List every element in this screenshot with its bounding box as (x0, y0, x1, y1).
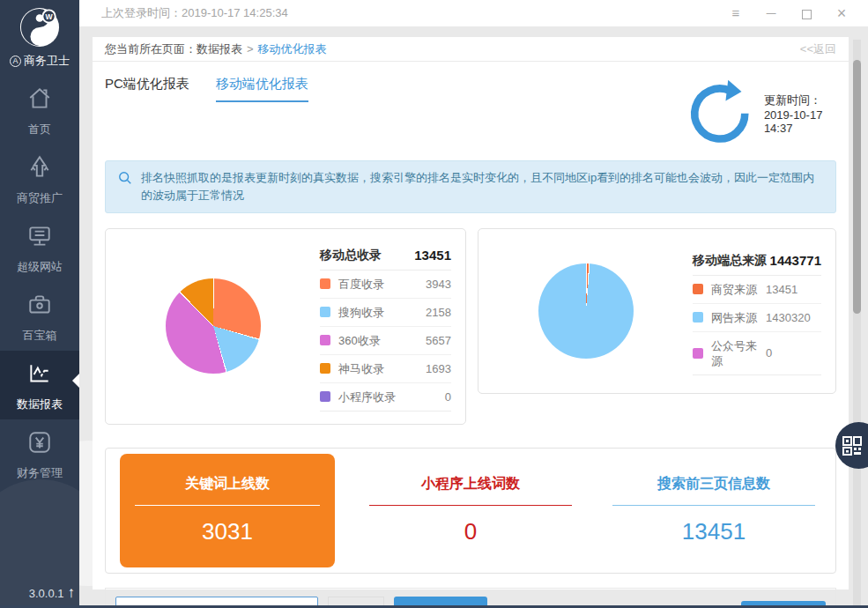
legend-value: 1430320 (766, 311, 811, 324)
keyword-search-bar: 查询 管理关键词 查看报表 (105, 588, 836, 608)
refresh-button[interactable]: 更新时间：2019-10-17 14:37 (682, 76, 836, 152)
sidebar-item-finance[interactable]: 财务管理 (0, 419, 79, 488)
breadcrumb-prefix: 您当前所在页面：数据报表 (105, 41, 242, 57)
notice-banner: 排名快照抓取的是报表更新时刻的真实数据，搜索引擎的排名是实时变化的，且不同地区i… (105, 160, 836, 213)
brand-badge-icon: A (10, 56, 21, 67)
legend-total: 1443771 (770, 253, 821, 268)
legend-swatch (693, 348, 703, 359)
legend-label: 商贸来源 (711, 282, 766, 297)
app-window: W A 商务卫士 首页 商贸推广 (0, 0, 868, 608)
stat-divider (369, 505, 572, 506)
query-button[interactable]: 查询 (328, 597, 384, 608)
stat-miniprogram-words: 小程序上线词数 0 (349, 449, 592, 573)
main-area: 上次登录时间：2019-10-17 14:25:34 ≡ ─ × 您当前所在页面… (79, 0, 868, 605)
legend-item: 百度收录3943 (320, 271, 451, 299)
legend-value: 1693 (426, 362, 451, 375)
app-name: 商务卫士 (24, 53, 70, 69)
sidebar-item-label: 首页 (0, 122, 79, 137)
scrollbar-thumb[interactable] (853, 60, 861, 314)
logo-icon: W (19, 7, 60, 48)
app-logo: W A 商务卫士 (0, 0, 79, 69)
qr-code-icon (842, 436, 862, 456)
legend-label: 神马收录 (338, 361, 426, 376)
mobile-index-legend: 移动总收录 13451 百度收录3943搜狗收录2158360收录5657神马收… (320, 241, 451, 412)
legend-item: 搜狗收录2158 (320, 299, 451, 327)
content-panel: 您当前所在页面：数据报表 > 移动优化报表 <<返回 PC端优化报表 移动端优化… (93, 37, 849, 589)
legend-total: 13451 (414, 248, 451, 263)
stats-card: 关键词上线数 3031 小程序上线词数 0 搜索前三页信息数 (105, 448, 836, 574)
menu-icon[interactable]: ≡ (718, 0, 753, 26)
stat-value: 13451 (682, 518, 746, 545)
sidebar-item-label: 百宝箱 (0, 328, 79, 344)
sidebar-item-website[interactable]: 超级网站 (0, 213, 79, 282)
maximize-icon[interactable] (789, 0, 824, 26)
legend-swatch (320, 307, 330, 317)
monitor-icon (26, 223, 53, 249)
titlebar: 上次登录时间：2019-10-17 14:25:34 ≡ ─ × (79, 0, 868, 26)
toolbox-icon (26, 292, 53, 318)
view-report-button[interactable]: 查看报表 (741, 601, 826, 608)
sidebar-item-data-reports[interactable]: 数据报表 (0, 351, 79, 419)
legend-label: 360收录 (338, 333, 426, 348)
legend-item: 小程序收录0 (320, 383, 451, 412)
charts-row: 移动总收录 13451 百度收录3943搜狗收录2158360收录5657神马收… (105, 228, 836, 425)
breadcrumb-current[interactable]: 移动优化报表 (258, 41, 327, 57)
stat-label: 搜索前三页信息数 (657, 475, 770, 493)
app-version: 3.0.0.1 (29, 587, 64, 600)
close-icon[interactable]: × (824, 0, 859, 26)
sidebar-item-label: 超级网站 (0, 259, 79, 275)
legend-swatch (320, 363, 330, 374)
legend-value: 2158 (426, 306, 451, 319)
sidebar-item-home[interactable]: 首页 (0, 76, 79, 145)
promotion-arrows-icon (26, 154, 53, 181)
breadcrumb-separator: > (247, 42, 254, 56)
sidebar-item-label: 数据报表 (0, 397, 79, 412)
mobile-source-chart-card: 移动端总来源 1443771 商贸来源13451网告来源1430320公众号来源… (478, 228, 836, 394)
sidebar-item-promotion[interactable]: 商贸推广 (0, 145, 79, 213)
chart-line-icon (26, 360, 53, 387)
breadcrumb: 您当前所在页面：数据报表 > 移动优化报表 <<返回 (93, 37, 849, 62)
legend-value: 13451 (766, 283, 798, 296)
mobile-index-pie-chart (166, 278, 261, 374)
home-icon (26, 85, 53, 112)
legend-item: 360收录5657 (320, 327, 451, 355)
stat-label: 关键词上线数 (185, 475, 270, 493)
legend-label: 百度收录 (338, 277, 426, 292)
legend-value: 5657 (426, 334, 451, 347)
legend-swatch (320, 391, 330, 402)
manage-keywords-button[interactable]: 管理关键词 (394, 597, 487, 608)
legend-value: 0 (445, 390, 451, 404)
sidebar-nav: 首页 商贸推广 超级网站 百宝箱 (0, 76, 79, 488)
keyword-input[interactable] (115, 597, 318, 608)
stat-top3-pages-info: 搜索前三页信息数 13451 (592, 449, 835, 573)
tabs-row: PC端优化报表 移动端优化报表 更新时间：2019-10-17 14:37 (105, 76, 836, 152)
legend-swatch (693, 284, 703, 294)
legend-value: 3943 (426, 278, 451, 291)
legend-item: 商贸来源13451 (693, 276, 821, 304)
stat-label: 小程序上线词数 (421, 475, 520, 493)
scrollbar-track[interactable] (853, 40, 861, 605)
legend-label: 公众号来源 (711, 338, 766, 368)
minimize-icon[interactable]: ─ (753, 0, 789, 26)
sidebar-item-label: 商贸推广 (0, 190, 79, 206)
notice-text: 排名快照抓取的是报表更新时刻的真实数据，搜索引擎的排名是实时变化的，且不同地区i… (141, 171, 814, 202)
legend-value: 0 (766, 346, 772, 360)
legend-label: 搜狗收录 (338, 305, 426, 320)
sidebar-item-toolbox[interactable]: 百宝箱 (0, 282, 79, 351)
stat-value: 0 (464, 518, 477, 545)
legend-title: 移动总收录 (320, 248, 382, 263)
update-time: 更新时间：2019-10-17 14:37 (764, 93, 836, 135)
tab-mobile-report[interactable]: 移动端优化报表 (216, 76, 308, 102)
stat-value: 3031 (202, 518, 253, 545)
tab-pc-report[interactable]: PC端优化报表 (105, 76, 189, 102)
refresh-icon (682, 76, 758, 152)
legend-swatch (320, 278, 330, 289)
mobile-index-chart-card: 移动总收录 13451 百度收录3943搜狗收录2158360收录5657神马收… (105, 228, 466, 425)
svg-text:W: W (45, 12, 53, 21)
search-icon (118, 171, 132, 185)
back-link[interactable]: <<返回 (800, 41, 836, 57)
legend-swatch (693, 312, 703, 323)
mobile-source-legend: 移动端总来源 1443771 商贸来源13451网告来源1430320公众号来源… (693, 247, 821, 375)
update-arrow-icon[interactable]: ↑ (68, 584, 76, 602)
sidebar: W A 商务卫士 首页 商贸推广 (0, 0, 79, 608)
